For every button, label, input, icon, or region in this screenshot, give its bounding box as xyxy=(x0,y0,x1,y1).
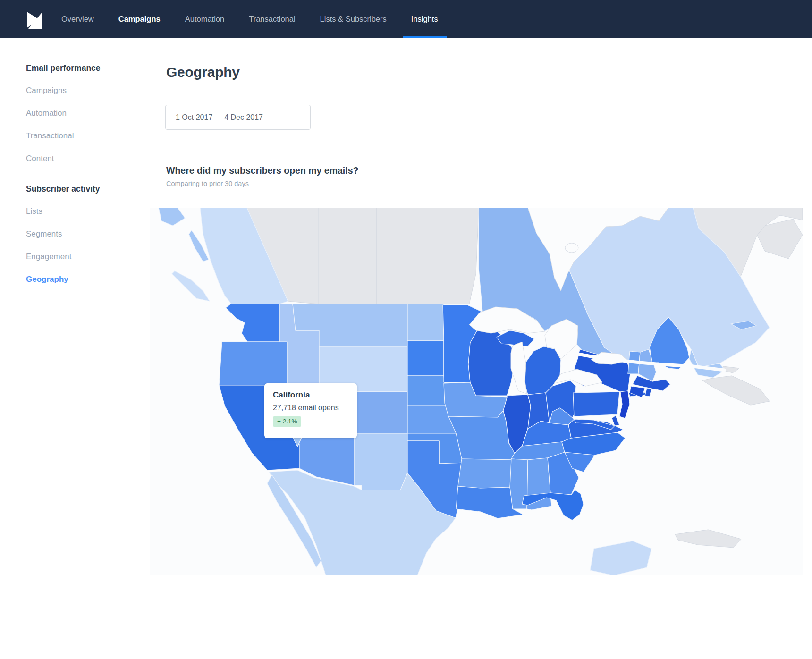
page: Overview Campaigns Automation Transactio… xyxy=(0,0,812,659)
section-divider xyxy=(165,142,803,142)
sidebar: Email performance Campaigns Automation T… xyxy=(26,63,139,297)
campaign-monitor-logo-icon[interactable] xyxy=(26,10,44,28)
map-region-saskatchewan[interactable] xyxy=(318,208,377,304)
date-range-picker[interactable]: 1 Oct 2017 — 4 Dec 2017 xyxy=(165,105,311,130)
geography-choropleth-map xyxy=(150,208,803,575)
nav-item-lists-subscribers[interactable]: Lists & Subscribers xyxy=(320,0,387,38)
map-region-north-dakota[interactable] xyxy=(407,304,444,341)
map-region-colorado[interactable] xyxy=(354,392,407,433)
active-tab-underline xyxy=(403,36,447,38)
nav-item-campaigns[interactable]: Campaigns xyxy=(118,0,161,38)
sidebar-heading-subscriber-activity: Subscriber activity xyxy=(26,184,139,194)
map-region-south-dakota[interactable] xyxy=(407,341,444,376)
sidebar-item-content[interactable]: Content xyxy=(26,154,139,163)
sidebar-item-transactional[interactable]: Transactional xyxy=(26,131,139,141)
sidebar-item-campaigns[interactable]: Campaigns xyxy=(26,86,139,95)
sidebar-item-lists[interactable]: Lists xyxy=(26,207,139,216)
nav-item-transactional[interactable]: Transactional xyxy=(249,0,295,38)
lake-winnipeg xyxy=(565,243,578,253)
nav-item-insights[interactable]: Insights xyxy=(411,0,438,38)
tooltip-change-badge: + 2.1% xyxy=(273,416,301,427)
logo-mark-icon xyxy=(27,10,44,29)
sidebar-item-geography[interactable]: Geography xyxy=(26,275,139,284)
tooltip-region-name: California xyxy=(273,390,348,400)
nav-items: Overview Campaigns Automation Transactio… xyxy=(61,0,438,38)
tooltip-value: 27,718 email opens xyxy=(273,404,348,412)
top-nav: Overview Campaigns Automation Transactio… xyxy=(0,0,812,38)
sidebar-heading-email-performance: Email performance xyxy=(26,63,139,73)
nav-item-automation[interactable]: Automation xyxy=(185,0,224,38)
sidebar-item-engagement[interactable]: Engagement xyxy=(26,252,139,262)
comparison-note: Comparing to prior 30 days xyxy=(166,180,249,187)
sidebar-item-segments[interactable]: Segments xyxy=(26,229,139,239)
map-question-heading: Where did my subscribers open my emails? xyxy=(166,165,358,176)
map-tooltip: California 27,718 email opens + 2.1% xyxy=(264,383,357,438)
date-range-value: 1 Oct 2017 — 4 Dec 2017 xyxy=(176,113,263,122)
map-region-new-mexico[interactable] xyxy=(354,433,407,490)
map-region-arkansas[interactable] xyxy=(458,459,513,488)
map-region-oregon[interactable] xyxy=(219,342,287,385)
nav-item-overview[interactable]: Overview xyxy=(61,0,94,38)
sidebar-item-automation[interactable]: Automation xyxy=(26,109,139,118)
map-region-manitoba[interactable] xyxy=(377,208,479,304)
nav-item-insights-label: Insights xyxy=(411,15,438,24)
page-title: Geography xyxy=(166,64,240,80)
map-region-pennsylvania[interactable] xyxy=(573,392,619,416)
